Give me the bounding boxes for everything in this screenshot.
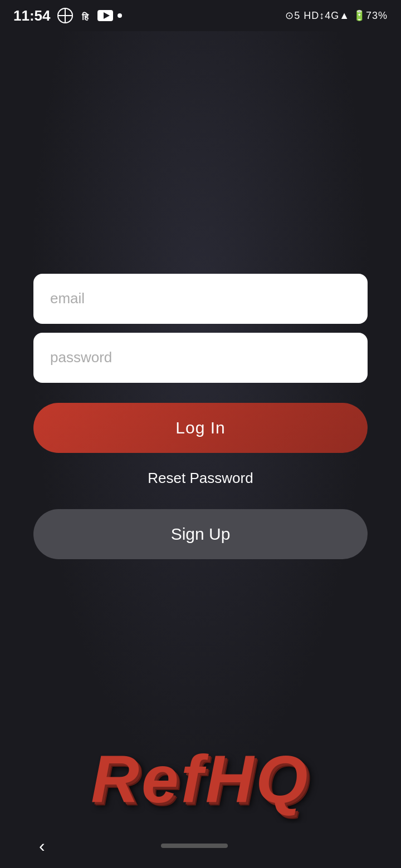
login-form: Log In Reset Password Sign Up	[33, 274, 368, 559]
reset-password-button[interactable]: Reset Password	[148, 464, 253, 492]
login-button[interactable]: Log In	[33, 403, 368, 453]
status-bar: 11:54 हि ⊙5 HD↕4G▲ 🔋73%	[0, 0, 401, 31]
app-logo: RefHQ	[91, 746, 310, 812]
grid-icon	[57, 8, 73, 23]
youtube-icon	[97, 10, 113, 21]
home-indicator	[161, 844, 228, 848]
password-input[interactable]	[33, 333, 368, 383]
status-icons: हि	[57, 8, 122, 23]
main-content: Log In Reset Password Sign Up	[0, 31, 401, 823]
svg-text:हि: हि	[81, 12, 89, 22]
nav-bar: ‹	[0, 823, 401, 868]
signal-icons: ⊙5 HD↕4G▲ 🔋73%	[285, 9, 388, 22]
status-time: 11:54	[13, 7, 51, 24]
status-bar-right: ⊙5 HD↕4G▲ 🔋73%	[285, 9, 388, 22]
back-button[interactable]: ‹	[33, 830, 51, 862]
signup-button[interactable]: Sign Up	[33, 509, 368, 559]
hindi-icon: हि	[77, 8, 93, 23]
email-input[interactable]	[33, 274, 368, 324]
notification-dot	[118, 13, 122, 18]
logo-area: RefHQ	[0, 746, 401, 812]
status-bar-left: 11:54 हि	[13, 7, 122, 24]
